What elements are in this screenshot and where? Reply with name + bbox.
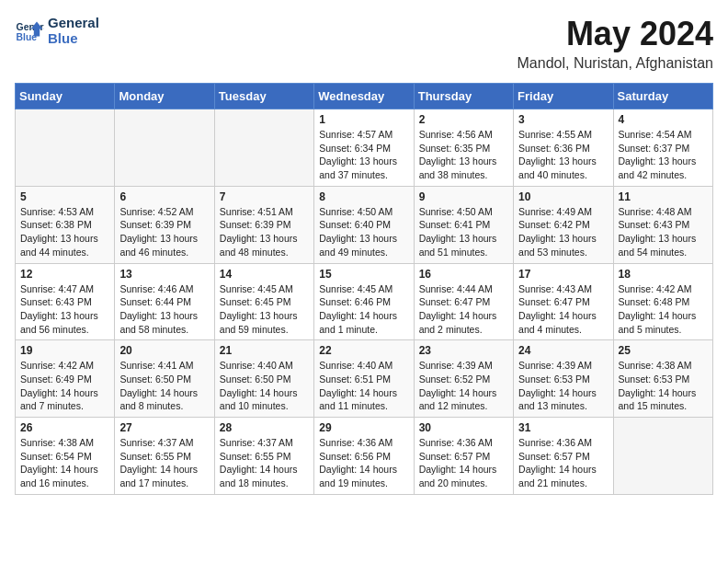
calendar-cell: 19 Sunrise: 4:42 AM Sunset: 6:49 PM Dayl… xyxy=(16,340,115,418)
sunrise-text: Sunrise: 4:42 AM xyxy=(619,283,692,294)
weekday-header-tuesday: Tuesday xyxy=(214,84,313,109)
calendar-cell xyxy=(115,109,214,187)
sunrise-text: Sunrise: 4:53 AM xyxy=(20,206,94,217)
sunset-text: Sunset: 6:40 PM xyxy=(319,219,391,230)
day-info: Sunrise: 4:38 AM Sunset: 6:53 PM Dayligh… xyxy=(619,359,708,413)
day-info: Sunrise: 4:50 AM Sunset: 6:41 PM Dayligh… xyxy=(419,205,508,259)
sunrise-text: Sunrise: 4:39 AM xyxy=(518,360,592,371)
daylight-text: Daylight: 13 hours and 46 minutes. xyxy=(119,233,198,258)
weekday-header-saturday: Saturday xyxy=(613,84,712,109)
sunset-text: Sunset: 6:57 PM xyxy=(518,451,590,462)
daylight-text: Daylight: 14 hours and 21 minutes. xyxy=(518,464,597,488)
sunset-text: Sunset: 6:52 PM xyxy=(419,373,491,385)
sunrise-text: Sunrise: 4:40 AM xyxy=(220,360,293,371)
sunrise-text: Sunrise: 4:49 AM xyxy=(518,206,592,217)
day-info: Sunrise: 4:43 AM Sunset: 6:47 PM Dayligh… xyxy=(518,282,608,337)
day-number: 18 xyxy=(619,268,708,281)
sunset-text: Sunset: 6:34 PM xyxy=(319,143,391,154)
day-info: Sunrise: 4:45 AM Sunset: 6:46 PM Dayligh… xyxy=(319,282,408,337)
sunset-text: Sunset: 6:43 PM xyxy=(20,296,92,307)
day-number: 1 xyxy=(319,113,408,126)
weekday-header-thursday: Thursday xyxy=(414,84,513,109)
day-number: 11 xyxy=(619,190,708,203)
day-info: Sunrise: 4:55 AM Sunset: 6:36 PM Dayligh… xyxy=(518,128,608,182)
day-info: Sunrise: 4:39 AM Sunset: 6:53 PM Dayligh… xyxy=(518,359,608,413)
sunset-text: Sunset: 6:47 PM xyxy=(419,296,491,307)
day-number: 19 xyxy=(20,344,109,357)
day-number: 30 xyxy=(419,421,508,434)
weekday-header-monday: Monday xyxy=(115,84,214,109)
logo-text: General Blue xyxy=(48,15,99,47)
daylight-text: Daylight: 13 hours and 42 minutes. xyxy=(619,155,697,180)
daylight-text: Daylight: 14 hours and 11 minutes. xyxy=(319,387,397,412)
week-row-3: 12 Sunrise: 4:47 AM Sunset: 6:43 PM Dayl… xyxy=(16,263,713,340)
day-info: Sunrise: 4:46 AM Sunset: 6:44 PM Dayligh… xyxy=(119,282,209,337)
sunset-text: Sunset: 6:39 PM xyxy=(220,219,291,230)
calendar-cell: 20 Sunrise: 4:41 AM Sunset: 6:50 PM Dayl… xyxy=(115,340,214,418)
sunset-text: Sunset: 6:41 PM xyxy=(419,219,491,230)
sunrise-text: Sunrise: 4:39 AM xyxy=(419,360,493,371)
day-number: 27 xyxy=(119,421,209,434)
daylight-text: Daylight: 13 hours and 58 minutes. xyxy=(119,310,198,335)
day-info: Sunrise: 4:37 AM Sunset: 6:55 PM Dayligh… xyxy=(119,436,209,490)
daylight-text: Daylight: 13 hours and 38 minutes. xyxy=(419,155,497,180)
day-info: Sunrise: 4:45 AM Sunset: 6:45 PM Dayligh… xyxy=(220,282,309,337)
week-row-5: 26 Sunrise: 4:38 AM Sunset: 6:54 PM Dayl… xyxy=(16,418,713,495)
sunset-text: Sunset: 6:50 PM xyxy=(119,373,191,385)
daylight-text: Daylight: 13 hours and 54 minutes. xyxy=(619,233,697,258)
sunset-text: Sunset: 6:44 PM xyxy=(119,296,191,307)
calendar-cell: 23 Sunrise: 4:39 AM Sunset: 6:52 PM Dayl… xyxy=(414,340,513,418)
sunset-text: Sunset: 6:35 PM xyxy=(419,143,491,154)
logo-icon: General Blue xyxy=(15,16,44,45)
week-row-2: 5 Sunrise: 4:53 AM Sunset: 6:38 PM Dayli… xyxy=(16,186,713,263)
day-info: Sunrise: 4:56 AM Sunset: 6:35 PM Dayligh… xyxy=(419,128,508,182)
sunset-text: Sunset: 6:53 PM xyxy=(619,373,690,385)
calendar-cell: 6 Sunrise: 4:52 AM Sunset: 6:39 PM Dayli… xyxy=(115,186,214,263)
sunrise-text: Sunrise: 4:51 AM xyxy=(220,206,293,217)
daylight-text: Daylight: 14 hours and 1 minute. xyxy=(319,310,397,335)
day-info: Sunrise: 4:40 AM Sunset: 6:50 PM Dayligh… xyxy=(220,359,309,413)
sunset-text: Sunset: 6:43 PM xyxy=(619,219,690,230)
sunset-text: Sunset: 6:46 PM xyxy=(319,296,391,307)
sunrise-text: Sunrise: 4:36 AM xyxy=(518,437,592,448)
daylight-text: Daylight: 14 hours and 12 minutes. xyxy=(419,387,497,412)
calendar-cell: 18 Sunrise: 4:42 AM Sunset: 6:48 PM Dayl… xyxy=(613,263,712,340)
sunrise-text: Sunrise: 4:41 AM xyxy=(119,360,193,371)
calendar-cell: 26 Sunrise: 4:38 AM Sunset: 6:54 PM Dayl… xyxy=(16,418,115,495)
calendar-cell: 29 Sunrise: 4:36 AM Sunset: 6:56 PM Dayl… xyxy=(314,418,414,495)
day-info: Sunrise: 4:36 AM Sunset: 6:57 PM Dayligh… xyxy=(518,436,608,490)
day-number: 4 xyxy=(619,113,708,126)
daylight-text: Daylight: 13 hours and 40 minutes. xyxy=(518,155,597,180)
sunrise-text: Sunrise: 4:46 AM xyxy=(119,283,193,294)
daylight-text: Daylight: 14 hours and 10 minutes. xyxy=(220,387,298,412)
daylight-text: Daylight: 13 hours and 56 minutes. xyxy=(20,310,98,335)
day-number: 3 xyxy=(518,113,608,126)
day-number: 2 xyxy=(419,113,508,126)
day-number: 9 xyxy=(419,190,508,203)
sunrise-text: Sunrise: 4:45 AM xyxy=(220,283,293,294)
month-title: May 2024 xyxy=(518,15,713,53)
day-number: 29 xyxy=(319,421,408,434)
daylight-text: Daylight: 14 hours and 2 minutes. xyxy=(419,310,497,335)
daylight-text: Daylight: 13 hours and 51 minutes. xyxy=(419,233,497,258)
day-number: 12 xyxy=(20,268,109,281)
daylight-text: Daylight: 14 hours and 18 minutes. xyxy=(220,464,298,488)
calendar-cell: 30 Sunrise: 4:36 AM Sunset: 6:57 PM Dayl… xyxy=(414,418,513,495)
day-info: Sunrise: 4:44 AM Sunset: 6:47 PM Dayligh… xyxy=(419,282,508,337)
day-number: 26 xyxy=(20,421,109,434)
day-info: Sunrise: 4:42 AM Sunset: 6:49 PM Dayligh… xyxy=(20,359,109,413)
day-info: Sunrise: 4:38 AM Sunset: 6:54 PM Dayligh… xyxy=(20,436,109,490)
day-info: Sunrise: 4:40 AM Sunset: 6:51 PM Dayligh… xyxy=(319,359,408,413)
sunrise-text: Sunrise: 4:38 AM xyxy=(619,360,692,371)
calendar-cell: 11 Sunrise: 4:48 AM Sunset: 6:43 PM Dayl… xyxy=(613,186,712,263)
sunrise-text: Sunrise: 4:45 AM xyxy=(319,283,392,294)
calendar-cell: 2 Sunrise: 4:56 AM Sunset: 6:35 PM Dayli… xyxy=(414,109,513,187)
day-number: 21 xyxy=(220,344,309,357)
daylight-text: Daylight: 14 hours and 13 minutes. xyxy=(518,387,597,412)
day-number: 31 xyxy=(518,421,608,434)
weekday-header-row: SundayMondayTuesdayWednesdayThursdayFrid… xyxy=(16,84,713,109)
daylight-text: Daylight: 13 hours and 53 minutes. xyxy=(518,233,597,258)
sunrise-text: Sunrise: 4:37 AM xyxy=(220,437,293,448)
day-number: 22 xyxy=(319,344,408,357)
day-info: Sunrise: 4:42 AM Sunset: 6:48 PM Dayligh… xyxy=(619,282,708,337)
